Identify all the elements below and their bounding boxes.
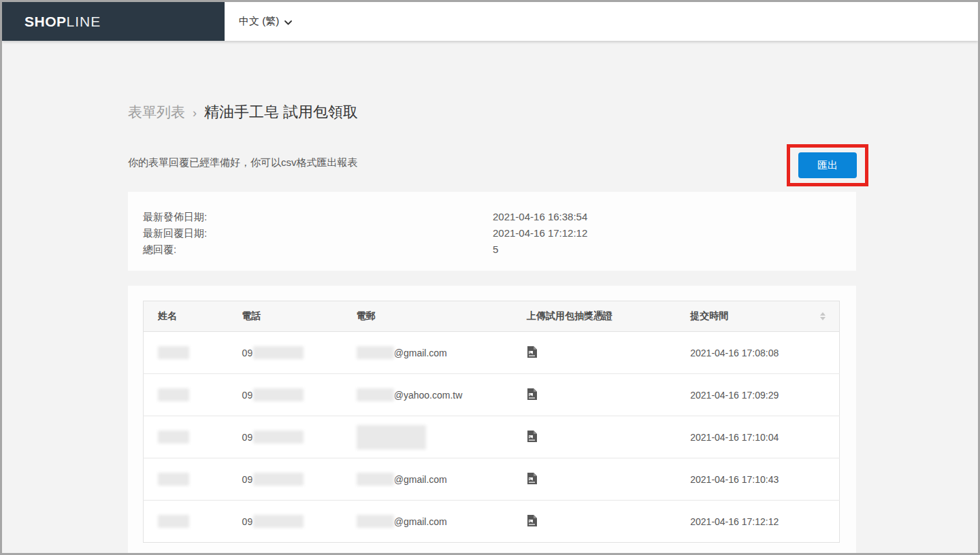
email-domain: @yahoo.com.tw: [394, 390, 463, 401]
submit-timestamp: 2021-04-16 17:10:43: [690, 474, 779, 485]
file-image-icon[interactable]: [527, 388, 537, 400]
column-header-upload-proof: 上傳試用包抽獎憑證: [512, 301, 676, 332]
column-header-name: 姓名: [144, 301, 228, 332]
cell-phone: 09: [228, 458, 342, 501]
language-selector-label: 中文 (繁): [239, 15, 279, 28]
file-image-icon[interactable]: [527, 473, 537, 484]
summary-label: 最新發佈日期:: [143, 209, 493, 225]
phone-prefix: 09: [242, 348, 253, 358]
redacted-name: [158, 346, 189, 359]
export-ready-description: 你的表單回覆已經準備好，你可以csv格式匯出報表: [128, 156, 358, 169]
summary-value: 2021-04-16 16:38:54: [493, 209, 587, 225]
cell-email: @gmail.com: [342, 458, 512, 501]
logo-text-bold: SH: [24, 14, 45, 30]
summary-panel: 最新發佈日期: 2021-04-16 16:38:54 最新回覆日期: 2021…: [128, 192, 856, 271]
shopline-logo: SHOPLINE: [24, 14, 101, 30]
cell-submit-time: 2021-04-16 17:10:43: [676, 458, 839, 501]
redacted-name: [158, 431, 189, 443]
file-image-icon[interactable]: [527, 431, 537, 442]
cell-phone: 09: [228, 416, 342, 458]
redacted-name: [158, 388, 189, 401]
main-content: 表單列表 › 精油手工皂 試用包領取 你的表單回覆已經準備好，你可以csv格式匯…: [2, 41, 978, 553]
redacted-email-prefix: [357, 388, 394, 401]
table-row: 09@gmail.com 2021-04-16 17:08:08: [144, 332, 840, 374]
summary-row-last-response: 最新回覆日期: 2021-04-16 17:12:12: [143, 225, 856, 241]
cell-upload-proof: [512, 458, 676, 501]
submit-timestamp: 2021-04-16 17:09:29: [690, 390, 779, 401]
column-header-phone: 電話: [228, 301, 342, 332]
breadcrumb-separator: ›: [193, 106, 197, 120]
submit-timestamp: 2021-04-16 17:08:08: [690, 348, 779, 358]
table-header-row: 姓名 電話 電郵 上傳試用包抽獎憑證 提交時間: [144, 301, 840, 332]
phone-prefix: 09: [242, 432, 253, 443]
cell-email: @gmail.com: [342, 501, 512, 543]
email-domain: @gmail.com: [394, 516, 447, 527]
table-row: 09@gmail.com 2021-04-16 17:10:43: [144, 458, 840, 501]
cell-name: [144, 416, 228, 458]
redacted-phone: [253, 431, 304, 443]
responses-table: 姓名 電話 電郵 上傳試用包抽獎憑證 提交時間 09@gmail.com: [143, 301, 840, 543]
summary-label: 總回覆:: [143, 241, 493, 258]
redacted-email-prefix: [357, 346, 394, 359]
table-row: 09 2021-04-16 17:10:04: [144, 416, 840, 458]
summary-row-total-responses: 總回覆: 5: [143, 241, 856, 258]
sort-toggle-icon[interactable]: [820, 312, 826, 320]
redacted-phone: [253, 515, 304, 528]
redacted-name: [158, 515, 189, 528]
cell-name: [144, 332, 228, 374]
redacted-phone: [253, 388, 304, 401]
phone-prefix: 09: [242, 474, 253, 485]
cell-name: [144, 374, 228, 416]
cell-phone: 09: [228, 501, 342, 543]
summary-row-published: 最新發佈日期: 2021-04-16 16:38:54: [143, 209, 856, 225]
column-header-submit-time: 提交時間: [676, 301, 839, 332]
cell-submit-time: 2021-04-16 17:08:08: [676, 332, 839, 374]
redacted-name: [158, 473, 189, 486]
chevron-down-icon: [284, 16, 292, 28]
summary-value: 2021-04-16 17:12:12: [493, 225, 587, 241]
redacted-email-prefix: [357, 515, 394, 528]
export-button[interactable]: 匯出: [798, 152, 857, 178]
submit-timestamp: 2021-04-16 17:10:04: [690, 432, 779, 443]
breadcrumb-form-list-link[interactable]: 表單列表: [128, 103, 185, 122]
cell-upload-proof: [512, 332, 676, 374]
topbar-brand-area: SHOPLINE: [2, 2, 225, 41]
page-title: 精油手工皂 試用包領取: [204, 102, 358, 122]
redacted-phone: [253, 346, 304, 359]
phone-prefix: 09: [242, 390, 253, 401]
submit-timestamp: 2021-04-16 17:12:12: [690, 516, 779, 527]
cell-submit-time: 2021-04-16 17:12:12: [676, 501, 839, 543]
cell-phone: 09: [228, 374, 342, 416]
breadcrumb: 表單列表 › 精油手工皂 試用包領取: [128, 102, 358, 122]
redacted-email: [357, 425, 426, 450]
cell-upload-proof: [512, 416, 676, 458]
email-domain: @gmail.com: [394, 474, 447, 485]
cell-email: @yahoo.com.tw: [342, 374, 512, 416]
cell-submit-time: 2021-04-16 17:10:04: [676, 416, 839, 458]
table-row: 09@gmail.com 2021-04-16 17:12:12: [144, 501, 840, 543]
cell-name: [144, 458, 228, 501]
column-header-email: 電郵: [342, 301, 512, 332]
cell-submit-time: 2021-04-16 17:09:29: [676, 374, 839, 416]
cell-upload-proof: [512, 374, 676, 416]
topbar: SHOPLINE 中文 (繁): [2, 2, 978, 41]
cell-upload-proof: [512, 501, 676, 543]
logo-o-mark: O: [45, 14, 56, 30]
table-row: 09@yahoo.com.tw 2021-04-16 17:09:29: [144, 374, 840, 416]
cell-name: [144, 501, 228, 543]
responses-panel: 姓名 電話 電郵 上傳試用包抽獎憑證 提交時間 09@gmail.com: [128, 286, 856, 555]
language-selector[interactable]: 中文 (繁): [225, 2, 292, 41]
screenshot-root: { "topbar": { "logo_bold": "SH", "logo_o…: [0, 0, 980, 555]
summary-value: 5: [493, 241, 498, 258]
redacted-phone: [253, 473, 304, 486]
file-image-icon[interactable]: [527, 346, 537, 358]
logo-o-swirl: [50, 20, 54, 24]
phone-prefix: 09: [242, 516, 253, 527]
email-domain: @gmail.com: [394, 348, 447, 358]
cell-email: @gmail.com: [342, 332, 512, 374]
summary-label: 最新回覆日期:: [143, 225, 493, 241]
red-annotation-highlight: 匯出: [787, 144, 868, 186]
file-image-icon[interactable]: [527, 515, 537, 526]
cell-phone: 09: [228, 332, 342, 374]
logo-text-light: LINE: [67, 14, 101, 30]
